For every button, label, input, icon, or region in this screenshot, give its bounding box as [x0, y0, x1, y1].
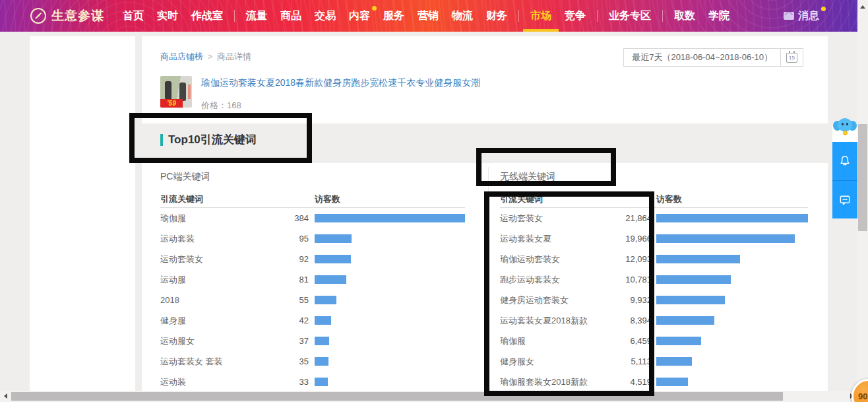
nav-item-label: 内容 — [349, 10, 370, 21]
visitor-bar — [656, 234, 795, 243]
brand[interactable]: 生意参谋 — [30, 7, 104, 24]
nav-item-label: 市场 — [530, 10, 551, 21]
keyword-label: 健身房运动套装女 — [500, 294, 605, 306]
visitor-count: 5,113 — [605, 356, 652, 366]
visitor-bar — [315, 316, 331, 325]
nav-item-label: 商品 — [280, 10, 301, 21]
visitor-count: 35 — [263, 356, 309, 366]
product-price: 价格：168 — [201, 100, 480, 112]
product-thumbnail[interactable]: '59 — [160, 76, 192, 108]
vertical-scrollbar-thumb[interactable] — [858, 124, 867, 231]
keyword-label: 运动服女 — [160, 335, 263, 347]
keywords-card: PC端关键词 无线端关键词 引流关键词 访客数 瑜伽服 384 运动套装 95 — [142, 163, 828, 391]
breadcrumb-separator: > — [208, 52, 212, 61]
table-row: 运动套装女夏2018新款 8,394 — [500, 310, 808, 331]
visitor-bar — [315, 357, 328, 366]
table-row: 运动服女 37 — [160, 331, 465, 351]
keyword-label: 瑜伽服 — [160, 213, 263, 224]
table-row: 运动套装 95 — [160, 228, 465, 249]
up-arrow-icon — [860, 5, 865, 9]
pc-keywords-table: 引流关键词 访客数 瑜伽服 384 运动套装 95 运动套装女 — [160, 191, 465, 391]
visitor-bar — [656, 275, 731, 284]
nav-item[interactable]: 流量 — [239, 0, 274, 32]
nav-item[interactable]: 竞争 — [558, 0, 592, 32]
nav-item[interactable]: 市场 — [524, 0, 558, 32]
nav-item-messages[interactable]: 消息 — [784, 0, 819, 32]
visitor-count: 8,394 — [605, 316, 652, 325]
visitor-count: 95 — [263, 234, 309, 244]
keyword-label: 瑜伽服套装女2018新款 — [500, 376, 605, 388]
notification-dot-icon — [372, 6, 377, 11]
nav-divider — [597, 10, 598, 22]
pc-table-rows: 瑜伽服 384 运动套装 95 运动套装女 92 运动服 — [160, 208, 465, 391]
keyword-label: 2018 — [160, 295, 263, 305]
nav-item[interactable]: 作战室 — [185, 0, 230, 32]
horizontal-scrollbar-thumb[interactable] — [11, 392, 783, 401]
visitor-count: 4,519 — [605, 377, 652, 387]
scroll-left-arrow[interactable] — [0, 391, 11, 401]
nav-item-label: 服务 — [383, 10, 404, 21]
nav-item[interactable]: 商品 — [274, 0, 308, 32]
chat-bubble-icon — [838, 193, 852, 207]
left-arrow-icon — [4, 393, 7, 399]
score-value: 90 — [853, 391, 867, 401]
calendar-button[interactable]: 15 — [781, 48, 803, 67]
nav-item[interactable]: 内容 — [342, 0, 377, 32]
nav-item-label: 交易 — [315, 10, 336, 21]
nav-item[interactable]: 实时 — [150, 0, 185, 32]
keyword-label: 运动套装女夏2018新款 — [500, 315, 605, 327]
visitor-count: 33 — [263, 377, 309, 387]
wireless-keywords-table: 引流关键词 访客数 运动套装女 21,864 运动套装女夏 19,966 瑜伽运… — [500, 191, 808, 391]
nav-item-label: 实时 — [157, 10, 178, 21]
nav-item[interactable]: 交易 — [308, 0, 342, 32]
notifications-button[interactable] — [832, 142, 857, 180]
messages-label: 消息 — [798, 9, 819, 23]
nav-item[interactable]: 物流 — [445, 0, 480, 32]
table-row: 运动套装女 21,864 — [500, 208, 808, 228]
nav-item[interactable]: 学院 — [702, 0, 736, 32]
product-title-link[interactable]: 瑜伽运动套装女夏2018春新款健身房跑步宽松速干衣专业健身服女潮 — [201, 77, 480, 89]
visitor-bar — [315, 255, 351, 263]
scroll-up-arrow[interactable] — [857, 1, 868, 12]
nav-item[interactable]: 首页 — [116, 0, 150, 32]
visitor-bar — [656, 316, 714, 325]
vertical-scrollbar[interactable] — [857, 0, 868, 402]
horizontal-scrollbar[interactable] — [0, 391, 857, 402]
visitor-bar — [656, 255, 740, 263]
feedback-chat-button[interactable] — [832, 180, 857, 218]
breadcrumb: 商品店铺榜>商品详情 — [160, 51, 251, 63]
breadcrumb-link-rankings[interactable]: 商品店铺榜 — [160, 51, 203, 61]
visitor-bar — [315, 296, 336, 304]
visitor-count: 384 — [263, 213, 309, 223]
visitor-count: 21,864 — [605, 213, 652, 223]
visitor-bar — [315, 337, 329, 345]
nav-item-label: 营销 — [418, 10, 439, 21]
visitor-count: 81 — [263, 275, 309, 285]
visitor-count: 37 — [263, 336, 309, 346]
nav-item[interactable]: 取数 — [667, 0, 702, 32]
visitor-count: 12,093 — [605, 254, 652, 264]
nav-divider — [662, 10, 663, 22]
table-row: 2018 55 — [160, 290, 465, 310]
visitor-count: 19,966 — [605, 234, 652, 244]
nav-items: 首页 实时 作战室 流量 商品 交易 内容 服务 营销 物流 — [116, 0, 736, 32]
section-header: Top10引流关键词 — [160, 132, 257, 147]
score-widget[interactable]: 90 — [852, 379, 868, 402]
keyword-label: 运动套装女夏 — [500, 233, 605, 245]
nav-item[interactable]: 业务专区 — [602, 0, 658, 32]
visitor-bar — [656, 357, 692, 366]
visitor-count: 6,459 — [605, 336, 652, 346]
table-row: 健身房运动套装女 9,932 — [500, 290, 808, 310]
visitor-bar — [315, 378, 328, 386]
nav-item[interactable]: 财务 — [480, 0, 514, 32]
envelope-icon — [784, 12, 794, 20]
compass-logo-icon — [30, 8, 46, 24]
date-range-selector[interactable]: 最近7天（2018-06-04~2018-06-10） — [623, 48, 781, 67]
nav-item[interactable]: 服务 — [377, 0, 411, 32]
panel-divider — [488, 167, 489, 391]
keyword-label: 运动套装 — [160, 233, 263, 245]
keyword-label: 运动装 — [160, 376, 263, 388]
nav-item[interactable]: 营销 — [411, 0, 445, 32]
visitor-bar — [656, 214, 808, 222]
pc-col-visitors: 访客数 — [315, 193, 465, 205]
